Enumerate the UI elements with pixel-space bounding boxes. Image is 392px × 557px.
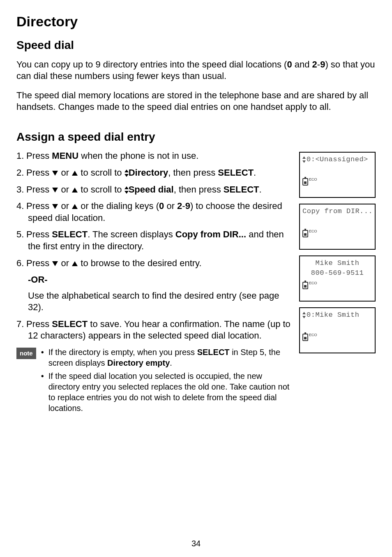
eco-label: ECO <box>309 333 317 338</box>
step-4: 4.Press or or the dialing keys (0 or 2-9… <box>16 200 291 224</box>
text: , then press <box>174 184 224 195</box>
note-block: note If the directory is empty, when you… <box>16 347 291 416</box>
text: or <box>58 258 71 268</box>
lcd-screen-3: Mike Smith 800-569-9511 ECO <box>299 255 376 302</box>
step-7: 7.Press SELECT to save. You hear a confi… <box>16 318 291 342</box>
lcd-text: Mike Smith <box>302 259 372 268</box>
step-2: 2.Press or to scroll to Directory, then … <box>16 167 291 179</box>
text: to browse to the desired entry. <box>78 258 201 268</box>
steps-column: 1.Press MENU when the phone is not in us… <box>16 150 291 416</box>
lcd-status: ECO <box>302 230 317 237</box>
text-bold: SELECT <box>52 229 88 239</box>
down-arrow-icon <box>52 188 58 193</box>
text-bold: 9 <box>185 201 190 211</box>
lcd-text: Copy from DIR... <box>302 207 372 216</box>
text: or <box>58 167 71 178</box>
content-row: 1.Press MENU when the phone is not in us… <box>16 150 376 416</box>
lcd-text: 800-569-9511 <box>302 269 372 278</box>
text-bold: SELECT <box>52 319 88 329</box>
lcd-status: ECO <box>302 334 317 341</box>
text: . <box>170 358 172 367</box>
lcd-text: 0:Mike Smith <box>307 311 359 319</box>
text: Press <box>26 184 52 195</box>
text: or <box>164 201 177 211</box>
text: , then press <box>168 167 218 178</box>
text: . <box>254 167 256 178</box>
eco-label: ECO <box>309 229 317 234</box>
down-arrow-icon <box>52 171 58 176</box>
step-3: 3.Press or to scroll to Speed dial, then… <box>16 184 291 196</box>
intro-paragraph-2: The speed dial memory locations are stor… <box>16 90 376 113</box>
down-arrow-icon <box>52 261 58 266</box>
lcd-screen-4: 0:Mike Smith ECO <box>299 307 376 353</box>
page-title: Directory <box>16 12 376 30</box>
updown-arrow-icon <box>302 156 307 163</box>
text: or <box>58 201 71 211</box>
text: . The screen displays <box>88 229 175 239</box>
lcd-status: ECO <box>302 282 317 289</box>
updown-arrow-icon <box>125 186 129 194</box>
text: when the phone is not in use. <box>78 151 198 161</box>
up-arrow-icon <box>72 188 78 193</box>
up-arrow-icon <box>72 261 78 266</box>
text-bold: Directory <box>129 167 168 178</box>
text: Press <box>26 258 52 268</box>
step-6-alt: Use the alphabetical search to find the … <box>28 290 291 313</box>
text: and <box>292 59 312 70</box>
eco-label: ECO <box>309 281 317 286</box>
text: or <box>58 184 71 195</box>
steps-list: 1.Press MENU when the phone is not in us… <box>16 150 291 269</box>
step-5: 5.Press SELECT. The screen displays Copy… <box>16 229 291 252</box>
text: If the directory is empty, when you pres… <box>48 348 197 357</box>
text-bold: 2 <box>312 59 317 70</box>
intro-paragraph-1: You can copy up to 9 directory entries i… <box>16 59 376 82</box>
text-bold: Copy from DIR... <box>175 229 246 239</box>
text: . <box>259 184 262 195</box>
lcd-text: 0:<Unassigned> <box>307 155 368 163</box>
up-arrow-icon <box>72 171 78 176</box>
note-list: If the directory is empty, when you pres… <box>41 347 291 416</box>
note-item-2: If the speed dial location you selected … <box>41 371 291 413</box>
text-bold: Speed dial <box>129 184 174 195</box>
or-label: -OR- <box>28 274 291 286</box>
battery-icon <box>302 230 308 237</box>
updown-arrow-icon <box>125 169 129 177</box>
battery-icon <box>302 178 308 186</box>
text-bold: 0 <box>159 201 164 211</box>
text-bold: 2 <box>177 201 182 211</box>
page-number: 34 <box>0 538 392 549</box>
text: to scroll to <box>78 184 124 195</box>
eco-label: ECO <box>309 177 317 182</box>
text-bold: SELECT <box>218 167 254 178</box>
text-bold: MENU <box>52 151 78 161</box>
text-bold: 0 <box>287 59 292 70</box>
text: Press <box>26 167 52 178</box>
assign-heading: Assign a speed dial entry <box>16 130 376 144</box>
step-1: 1.Press MENU when the phone is not in us… <box>16 150 291 162</box>
lcd-screen-2: Copy from DIR... ECO <box>299 204 376 250</box>
text-bold: SELECT <box>224 184 259 195</box>
text: Press <box>26 151 52 161</box>
step-6: 6.Press or to browse to the desired entr… <box>16 258 291 269</box>
battery-icon <box>302 334 308 341</box>
text: Press <box>26 319 52 329</box>
battery-icon <box>302 282 308 289</box>
text: You can copy up to 9 directory entries i… <box>16 59 287 70</box>
lcd-screen-1: 0:<Unassigned> ECO <box>299 152 376 198</box>
lcd-status: ECO <box>302 178 317 186</box>
text-bold: Directory empty <box>107 358 170 367</box>
updown-arrow-icon <box>302 312 307 318</box>
text: Press <box>26 229 52 239</box>
note-badge: note <box>16 348 36 359</box>
section-heading: Speed dial <box>16 38 376 53</box>
text-bold: SELECT <box>197 348 230 357</box>
lcd-column: 0:<Unassigned> ECO Copy from DIR... ECO … <box>299 152 376 359</box>
text: to scroll to <box>78 167 124 178</box>
note-item-1: If the directory is empty, when you pres… <box>41 347 291 368</box>
text-bold: 9 <box>320 59 325 70</box>
text: - <box>182 201 185 211</box>
text: Press <box>26 201 52 211</box>
up-arrow-icon <box>72 204 78 209</box>
steps-list-2: 7.Press SELECT to save. You hear a confi… <box>16 318 291 342</box>
down-arrow-icon <box>52 204 58 209</box>
